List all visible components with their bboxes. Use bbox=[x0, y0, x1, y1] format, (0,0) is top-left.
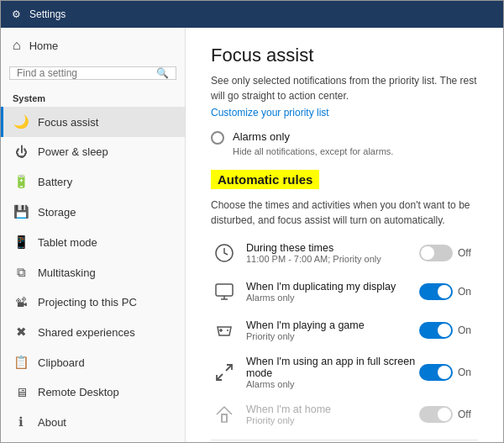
main-content: Focus assist See only selected notificat… bbox=[186, 28, 503, 442]
during-times-label: During these times bbox=[246, 242, 419, 254]
fullscreen-icon bbox=[211, 359, 238, 386]
search-box[interactable]: 🔍 bbox=[9, 66, 176, 80]
sidebar-item-multitasking[interactable]: ⧉ Multitasking bbox=[1, 257, 185, 287]
at-home-toggle-container: Off bbox=[419, 406, 478, 423]
page-title: Focus assist bbox=[211, 45, 478, 66]
focus-assist-icon: 🌙 bbox=[13, 114, 29, 129]
sidebar-item-label: Remote Desktop bbox=[38, 386, 119, 398]
clock-icon bbox=[211, 240, 238, 266]
sidebar-item-label: About bbox=[38, 416, 66, 429]
gamepad-icon bbox=[211, 317, 238, 344]
duplicating-display-toggle-container: On bbox=[419, 283, 478, 300]
at-home-text: When I'm at home Priority only bbox=[246, 403, 419, 425]
at-home-label: When I'm at home bbox=[246, 403, 419, 415]
at-home-sublabel: Priority only bbox=[246, 415, 419, 425]
playing-game-toggle-container: On bbox=[419, 322, 478, 339]
at-home-toggle bbox=[419, 406, 453, 423]
playing-game-toggle[interactable] bbox=[419, 322, 453, 339]
sidebar-item-about[interactable]: ℹ About bbox=[1, 407, 185, 437]
fullscreen-app-label: When I'm using an app in full screen mod… bbox=[246, 356, 419, 379]
content-area: ⌂ Home 🔍 System 🌙 Focus assist ⏻ Power &… bbox=[1, 28, 503, 442]
alarms-only-option[interactable]: Alarms only Hide all notifications, exce… bbox=[211, 130, 478, 158]
sidebar-item-label: Projecting to this PC bbox=[38, 296, 137, 309]
automatic-rules-desc: Choose the times and activities when you… bbox=[211, 198, 478, 228]
alarms-only-label: Alarms only bbox=[233, 130, 393, 143]
alarms-only-sublabel: Hide all notifications, except for alarm… bbox=[233, 146, 393, 156]
fullscreen-app-toggle[interactable] bbox=[419, 364, 453, 381]
fullscreen-app-text: When I'm using an app in full screen mod… bbox=[246, 356, 419, 389]
divider bbox=[211, 440, 478, 440]
sidebar-item-label: Clipboard bbox=[38, 356, 85, 369]
svg-line-4 bbox=[226, 365, 232, 371]
sidebar-item-tablet-mode[interactable]: 📱 Tablet mode bbox=[1, 227, 185, 257]
sidebar-item-projecting[interactable]: 📽 Projecting to this PC bbox=[1, 287, 185, 317]
sidebar-item-clipboard[interactable]: 📋 Clipboard bbox=[1, 347, 185, 377]
multitasking-icon: ⧉ bbox=[13, 265, 29, 280]
alarms-only-text: Alarms only Hide all notifications, exce… bbox=[233, 130, 393, 158]
sidebar: ⌂ Home 🔍 System 🌙 Focus assist ⏻ Power &… bbox=[1, 28, 186, 442]
duplicating-display-label: When I'm duplicating my display bbox=[246, 281, 419, 293]
sidebar-item-remote-desktop[interactable]: 🖥 Remote Desktop bbox=[1, 377, 185, 407]
during-times-toggle-container: Off bbox=[419, 245, 478, 261]
display-icon bbox=[211, 278, 238, 305]
automatic-rules-heading: Automatic rules bbox=[211, 170, 319, 189]
rule-duplicating-display: When I'm duplicating my display Alarms o… bbox=[211, 278, 478, 305]
duplicating-display-toggle[interactable] bbox=[419, 283, 453, 300]
toggle-knob bbox=[421, 246, 434, 260]
rule-at-home: When I'm at home Priority only Off bbox=[211, 401, 478, 428]
priority-list-link[interactable]: Customize your priority list bbox=[211, 107, 478, 119]
during-times-sublabel: 11:00 PM - 7:00 AM; Priority only bbox=[246, 254, 419, 264]
title-bar: ⚙ Settings bbox=[1, 1, 503, 28]
duplicating-display-text: When I'm duplicating my display Alarms o… bbox=[246, 281, 419, 303]
sidebar-item-focus-assist[interactable]: 🌙 Focus assist bbox=[1, 107, 185, 137]
sidebar-item-power-sleep[interactable]: ⏻ Power & sleep bbox=[1, 137, 185, 166]
playing-game-text: When I'm playing a game Priority only bbox=[246, 319, 419, 341]
about-icon: ℹ bbox=[13, 414, 29, 430]
svg-line-5 bbox=[217, 374, 223, 380]
sidebar-item-label: Shared experiences bbox=[38, 326, 135, 339]
tablet-icon: 📱 bbox=[13, 235, 29, 250]
shared-icon: ✖ bbox=[13, 324, 29, 340]
playing-game-sublabel: Priority only bbox=[246, 331, 419, 341]
remote-desktop-icon: 🖥 bbox=[13, 385, 29, 399]
duplicating-display-sublabel: Alarms only bbox=[246, 293, 419, 303]
projecting-icon: 📽 bbox=[13, 295, 29, 309]
search-icon: 🔍 bbox=[156, 67, 169, 79]
svg-rect-1 bbox=[216, 284, 233, 296]
title-bar-label: Settings bbox=[29, 8, 66, 20]
storage-icon: 💾 bbox=[13, 204, 29, 219]
home-icon: ⌂ bbox=[13, 38, 21, 53]
sidebar-item-storage[interactable]: 💾 Storage bbox=[1, 197, 185, 227]
sidebar-item-battery[interactable]: 🔋 Battery bbox=[1, 166, 185, 197]
fullscreen-app-toggle-label: On bbox=[458, 367, 478, 378]
during-times-text: During these times 11:00 PM - 7:00 AM; P… bbox=[246, 242, 419, 264]
settings-window: ⚙ Settings ⌂ Home 🔍 System 🌙 Focus assis… bbox=[0, 0, 504, 443]
during-times-toggle-label: Off bbox=[458, 247, 478, 259]
sidebar-item-home[interactable]: ⌂ Home bbox=[1, 28, 185, 63]
rule-playing-game: When I'm playing a game Priority only On bbox=[211, 317, 478, 344]
sidebar-item-shared-experiences[interactable]: ✖ Shared experiences bbox=[1, 317, 185, 347]
sidebar-section-label: System bbox=[1, 87, 185, 107]
sidebar-item-label: Multitasking bbox=[38, 266, 96, 279]
toggle-knob bbox=[438, 408, 451, 421]
rule-fullscreen-app: When I'm using an app in full screen mod… bbox=[211, 356, 478, 389]
toggle-knob bbox=[438, 324, 451, 337]
rule-during-times: During these times 11:00 PM - 7:00 AM; P… bbox=[211, 240, 478, 266]
alarms-only-radio[interactable] bbox=[211, 131, 224, 145]
radio-inner bbox=[214, 134, 221, 141]
toggle-knob bbox=[438, 285, 451, 298]
during-times-toggle[interactable] bbox=[419, 245, 453, 261]
toggle-knob bbox=[438, 366, 451, 379]
at-home-toggle-label: Off bbox=[458, 409, 478, 420]
settings-icon: ⚙ bbox=[9, 8, 23, 21]
sidebar-item-label: Tablet mode bbox=[38, 236, 97, 249]
sidebar-home-label: Home bbox=[29, 40, 59, 52]
sidebar-item-label: Storage bbox=[38, 206, 76, 219]
fullscreen-app-sublabel: Alarms only bbox=[246, 379, 419, 389]
playing-game-label: When I'm playing a game bbox=[246, 319, 419, 331]
page-description: See only selected notifications from the… bbox=[211, 73, 478, 103]
search-input[interactable] bbox=[17, 67, 156, 79]
sidebar-item-label: Power & sleep bbox=[38, 145, 108, 158]
power-icon: ⏻ bbox=[13, 145, 29, 159]
playing-game-toggle-label: On bbox=[458, 324, 478, 336]
